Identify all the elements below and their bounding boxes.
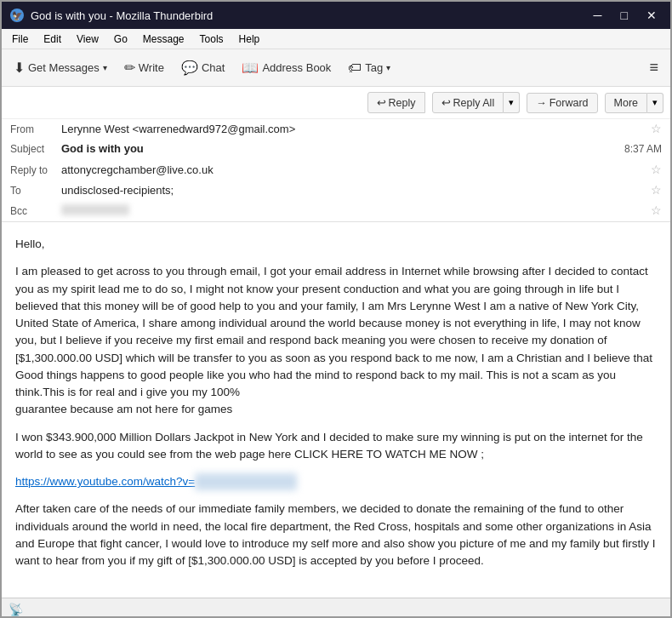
bcc-star-icon[interactable]: ☆ xyxy=(651,203,662,217)
menu-message[interactable]: Message xyxy=(136,31,191,47)
tag-label: Tag xyxy=(365,61,383,74)
to-star-icon[interactable]: ☆ xyxy=(651,183,662,197)
forward-icon: → xyxy=(536,97,547,109)
reply-all-dropdown[interactable]: ▾ xyxy=(504,92,520,113)
message-time: 8:37 AM xyxy=(624,143,662,155)
more-group: More ▾ xyxy=(605,93,663,113)
chat-icon: 💬 xyxy=(181,60,198,76)
minimize-button[interactable]: ─ xyxy=(589,8,607,23)
reply-all-label: Reply All xyxy=(453,97,495,109)
tag-dropdown-icon: ▾ xyxy=(386,63,390,72)
tag-icon: 🏷 xyxy=(348,60,362,76)
reply-button[interactable]: ↩ Reply xyxy=(367,92,425,113)
address-book-icon: 📖 xyxy=(242,60,259,76)
message-area: ↩ Reply ↩ Reply All ▾ → Forward xyxy=(2,87,670,598)
write-icon: ✏ xyxy=(124,60,135,76)
youtube-link[interactable]: https://www.youtube.com/watch?v= xyxy=(15,475,297,488)
toolbar: ⬇ Get Messages ▾ ✏ Write 💬 Chat 📖 Addres… xyxy=(2,49,670,87)
bcc-label: Bcc xyxy=(10,205,61,217)
reply-all-group: ↩ Reply All ▾ xyxy=(432,92,521,113)
reply-to-value: attonycregchamber@live.co.uk xyxy=(61,163,646,176)
body-para3: After taken care of the needs of our imm… xyxy=(15,501,657,569)
from-star-icon[interactable]: ☆ xyxy=(651,122,662,135)
body-link: https://www.youtube.com/watch?v= xyxy=(15,473,657,490)
close-button[interactable]: ✕ xyxy=(641,8,662,23)
menu-edit[interactable]: Edit xyxy=(37,31,68,47)
message-header: ↩ Reply ↩ Reply All ▾ → Forward xyxy=(2,87,670,222)
get-messages-dropdown-icon[interactable]: ▾ xyxy=(103,63,107,72)
bcc-value xyxy=(61,204,646,217)
to-label: To xyxy=(10,185,61,197)
subject-row: Subject God is with you 8:37 AM xyxy=(2,140,670,160)
get-messages-button[interactable]: ⬇ Get Messages ▾ xyxy=(7,56,114,79)
menu-help[interactable]: Help xyxy=(232,31,267,47)
reply-all-button[interactable]: ↩ Reply All xyxy=(432,92,504,113)
link-blurred xyxy=(195,473,297,490)
reply-to-star-icon[interactable]: ☆ xyxy=(651,163,662,176)
get-messages-icon: ⬇ xyxy=(14,60,25,76)
menu-bar: File Edit View Go Message Tools Help xyxy=(2,29,670,49)
forward-label: Forward xyxy=(550,97,589,109)
status-icon: 📡 xyxy=(9,603,23,616)
menu-view[interactable]: View xyxy=(70,31,105,47)
message-actions: ↩ Reply ↩ Reply All ▾ → Forward xyxy=(2,87,670,119)
to-row: To undisclosed-recipients; ☆ xyxy=(2,180,670,201)
title-bar: 🦅 God is with you - Mozilla Thunderbird … xyxy=(2,2,670,29)
reply-group: ↩ Reply xyxy=(367,92,425,113)
body-greeting: Hello, xyxy=(15,236,657,253)
forward-button[interactable]: → Forward xyxy=(527,93,597,113)
reply-icon: ↩ xyxy=(377,96,386,109)
chat-label: Chat xyxy=(202,61,225,74)
tag-button[interactable]: 🏷 Tag ▾ xyxy=(341,57,397,79)
menu-file[interactable]: File xyxy=(5,31,35,47)
toolbar-menu-button[interactable]: ≡ xyxy=(642,55,665,80)
body-para1: I am pleased to get across to you throug… xyxy=(15,263,657,418)
menu-go[interactable]: Go xyxy=(107,31,134,47)
to-value: undisclosed-recipients; xyxy=(61,184,646,197)
subject-value: God is with you xyxy=(61,142,624,155)
message-body-wrapper: Hello, I am pleased to get across to you… xyxy=(2,222,670,598)
write-label: Write xyxy=(139,61,164,74)
more-dropdown[interactable]: ▾ xyxy=(647,93,663,113)
reply-all-icon: ↩ xyxy=(441,96,451,109)
get-messages-label: Get Messages xyxy=(28,61,100,74)
write-button[interactable]: ✏ Write xyxy=(117,56,171,79)
body-para2: I won $343.900,000 Million Dollars Jackp… xyxy=(15,429,657,464)
address-book-button[interactable]: 📖 Address Book xyxy=(235,56,338,79)
status-bar: 📡 xyxy=(2,598,670,618)
from-label: From xyxy=(10,123,61,135)
bcc-row: Bcc ☆ xyxy=(2,201,670,221)
reply-to-label: Reply to xyxy=(10,164,61,176)
bcc-blurred xyxy=(61,204,129,215)
more-button[interactable]: More xyxy=(605,93,647,113)
menu-tools[interactable]: Tools xyxy=(193,31,231,47)
from-value: Lerynne West <warrenedward972@gmail.com> xyxy=(61,123,646,135)
maximize-button[interactable]: □ xyxy=(616,8,633,23)
message-body: Hello, I am pleased to get across to you… xyxy=(2,222,670,598)
from-row: From Lerynne West <warrenedward972@gmail… xyxy=(2,119,670,140)
app-icon: 🦅 xyxy=(10,9,24,22)
chat-button[interactable]: 💬 Chat xyxy=(174,56,231,79)
reply-to-row: Reply to attonycregchamber@live.co.uk ☆ xyxy=(2,160,670,180)
window-title: God is with you - Mozilla Thunderbird xyxy=(31,9,213,22)
address-book-label: Address Book xyxy=(262,61,331,74)
reply-label: Reply xyxy=(389,97,416,109)
subject-label: Subject xyxy=(10,143,61,155)
more-label: More xyxy=(614,97,638,109)
